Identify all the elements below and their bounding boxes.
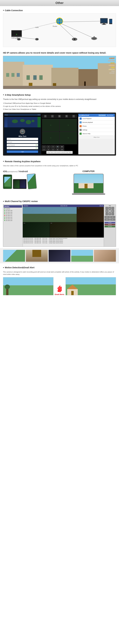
cms-channel-5[interactable]: 192.168.0.102 [4,216,22,218]
svg-text:Cable: Cable [11,37,15,39]
menu-item-photos[interactable]: Photos › [78,124,115,128]
focus-in-btn[interactable]: F+ [105,218,110,221]
laptop-base [72,193,105,195]
cms-video-cell-3: CH3 [23,222,50,238]
nav-search-icon[interactable]: ⊞ [58,115,61,118]
ptz-down-left[interactable] [106,212,108,215]
key-4[interactable]: 4 [42,148,46,151]
key-6[interactable]: 6 [51,148,55,151]
svg-point-39 [31,120,34,122]
app-brand-bar-keypad: MEye Tech | Full version is free for now… [46,151,73,154]
computer-container: COMPUTER [61,170,116,195]
preset-btn[interactable]: Preset [105,222,115,224]
cms-channel-7[interactable]: 192.168.0.100 [4,220,22,221]
remote-viewing-section: Remote Viewing Anytime Anywhere View liv… [0,157,119,170]
quad-cell-4: + [60,132,77,144]
cms-video-cell-1: CH1 [23,207,77,222]
email-arrow: Email Alerts [55,284,64,295]
nav-help-icon[interactable]: ? [72,115,75,118]
ptz-up-left[interactable] [106,207,108,210]
menu-item-about-help[interactable]: About & Help › [78,132,115,136]
advance-btn[interactable]: Advance [105,226,115,228]
phone-keep-password-field[interactable]: Keep Password: ON [7,144,38,146]
photos-icon [80,125,82,127]
hd-camera-section: HD IP camera allows you to record more d… [0,48,119,90]
key-icon1[interactable]: 📷 [55,145,60,148]
cms-log-row-3: 2014-09-26 12:22:10 192.168.0.101 CH1 5 … [23,241,104,242]
cable-diagram: Router NVR [3,14,116,47]
remote-viewing-desc: View live video of the camera anytime fr… [3,164,116,167]
quad-cell-3: + [42,132,59,144]
channel-dot-2 [4,212,5,212]
cms-video-cell-4: CH4 [50,222,77,238]
zoom-out-btn[interactable]: Z- [110,216,116,218]
cms-channel-3[interactable]: 192.168.0.100 [4,213,22,215]
focus-out-btn[interactable]: F- [110,218,116,221]
ptz-right[interactable]: ► [112,210,114,212]
ios-android-label: iOS(quickphone) / Android [3,170,58,172]
svg-rect-12 [102,24,106,25]
cms-channel-4[interactable]: 192.168.0.101 [4,215,22,216]
svg-point-23 [74,38,75,40]
key-1[interactable]: 1 [42,145,46,148]
menu-item-local-playback[interactable]: Local Playback › [78,117,115,120]
motion-img-1 [3,277,53,295]
ptz-center[interactable]: ● [109,210,111,212]
cms-channel-6[interactable]: 192.168.0.103 [4,218,22,220]
phone-count-field[interactable]: Count: ON [7,147,38,149]
settings-icon [80,129,82,131]
quad-cell-2: + [60,119,77,132]
ptz-up[interactable]: ▲ [109,207,111,210]
key-icon3[interactable]: ⚙ [55,148,60,151]
phone-login-button[interactable]: Login [7,150,38,153]
svg-point-7 [16,34,17,35]
phone-keypad-view: ≡ ⌂ ⊞ ⚙ ? + + + + 1 2 3 [41,114,78,154]
cms-log-row-1: 2014-09-26 12:22:10 192.168.0.100 CH1 5 … [23,238,104,239]
cms-sidebar: Monitor CAMERA 192.168.0.199 192.168.0.1… [3,204,23,246]
cms-main: Monitor 2014-09-26 09:28 CH1 CH2 CH3 [23,204,104,246]
key-3[interactable]: 3 [51,145,55,148]
zoom-in-btn[interactable]: Z+ [105,216,110,218]
thumb-4 [71,250,93,262]
svg-line-29 [63,21,102,22]
ptz-label: PTZ [105,205,115,206]
channel-dot-4 [4,215,5,216]
chevron-icon-5: › [113,133,114,134]
ptz-down-right[interactable] [112,212,114,215]
cms-cell-label-3: CH3 [23,222,25,224]
channel-dot [4,208,5,209]
key-icon4[interactable]: ✉ [60,148,64,151]
multi-channel-title: Multi Channel by CMS/PC review [3,200,116,203]
phone-userid-field[interactable]: User ID: [7,138,38,140]
setup-step-3: 3.View Live Video from Smartphone or Tab… [3,108,116,111]
phone-menu-title: vMEyeCloud [81,114,89,116]
thumb-2 [26,250,48,262]
email-alerts-label: Email Alerts [55,294,64,295]
key-2[interactable]: 2 [46,145,51,148]
nav-settings-icon[interactable]: ⚙ [65,115,68,118]
cms-cell-label-4: CH4 [50,222,53,224]
backup-btn[interactable]: Backup [105,224,115,226]
nav-menu-icon[interactable]: ≡ [44,115,47,118]
remote-viewing-title: Remote Viewing Anytime Anywhere [3,160,116,163]
ptz-up-right[interactable] [112,207,114,210]
nav-home-icon[interactable]: ⌂ [51,115,54,118]
channel-dot-3 [4,213,5,214]
resolution-labels: 1080P1920x1080 960P1280x960 720P1280x720… [107,56,116,75]
menu-item-settings[interactable]: Settings › [78,128,115,132]
thumb-3 [48,250,71,262]
cms-channel-2[interactable]: 192.168.0.198 [4,212,22,213]
key-5[interactable]: 5 [46,148,51,151]
motion-img-2 [66,277,116,295]
menu-item-remote-playback[interactable]: Remote playback › [78,120,115,124]
ptz-down[interactable]: ▼ [109,212,111,215]
thumb-1 [3,250,25,262]
ptz-left[interactable]: ◄ [106,210,108,212]
phone-password-field[interactable]: Password: [7,141,38,143]
cms-channel-camera[interactable]: CAMERA [4,208,22,210]
cable-connection-title: Cable Connection [3,9,116,12]
key-icon2[interactable]: ▶ [60,145,64,148]
setup-description: Thanks to the free VMEyecloud app,settin… [3,98,116,101]
cms-channel-1[interactable]: 192.168.0.199 [4,210,22,212]
smartphone-setup-title: 3-Step Smartphone Setup [3,93,116,96]
